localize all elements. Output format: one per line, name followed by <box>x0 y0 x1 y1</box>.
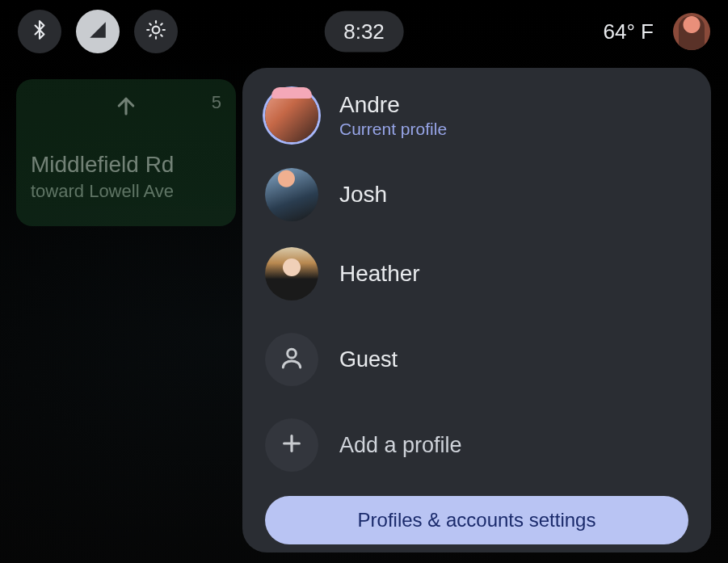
profile-text-josh: Josh <box>339 182 387 208</box>
profile-switcher-panel: Andre Current profile Josh Heather Guest <box>242 68 711 552</box>
brightness-icon <box>145 19 166 44</box>
profile-text-andre: Andre Current profile <box>339 92 447 139</box>
navigation-card[interactable]: 5 Middlefield Rd toward Lowell Ave <box>16 79 236 226</box>
person-icon <box>279 345 305 374</box>
cell-signal-icon <box>87 19 108 44</box>
svg-line-4 <box>161 35 162 36</box>
clock-time: 8:32 <box>343 19 385 44</box>
nav-distance: 5 <box>212 92 221 113</box>
svg-line-7 <box>149 35 151 36</box>
status-left <box>18 10 178 53</box>
current-user-avatar[interactable] <box>673 13 710 50</box>
nav-road-name: Middlefield Rd <box>31 152 221 178</box>
svg-point-0 <box>153 27 160 34</box>
profiles-settings-button[interactable]: Profiles & accounts settings <box>265 496 688 544</box>
nav-arrow-up-icon <box>31 94 221 121</box>
profile-name-label: Andre <box>339 92 447 118</box>
brightness-button[interactable] <box>134 10 178 53</box>
profile-item-josh[interactable]: Josh <box>265 155 688 234</box>
guest-avatar <box>265 333 318 386</box>
bluetooth-icon <box>29 19 50 44</box>
avatar-graphic <box>679 16 705 50</box>
svg-line-8 <box>161 23 162 25</box>
bluetooth-button[interactable] <box>18 10 61 53</box>
avatar-andre <box>265 89 318 142</box>
profile-item-heather[interactable]: Heather <box>265 234 688 313</box>
status-right: 64° F <box>604 13 710 50</box>
add-profile-avatar <box>265 418 318 472</box>
status-bar: 8:32 64° F <box>0 0 728 63</box>
avatar-josh <box>265 168 318 221</box>
divider-space <box>265 313 688 320</box>
profile-name-label: Heather <box>339 261 420 287</box>
clock-pill[interactable]: 8:32 <box>324 11 404 53</box>
svg-point-10 <box>288 349 297 358</box>
cell-signal-button[interactable] <box>76 10 120 53</box>
profile-item-andre[interactable]: Andre Current profile <box>265 76 688 155</box>
add-profile-item[interactable]: Add a profile <box>265 405 688 485</box>
add-profile-label: Add a profile <box>339 433 462 458</box>
temperature: 64° F <box>604 19 654 44</box>
divider-space <box>265 399 688 405</box>
avatar-heather <box>265 247 318 300</box>
profile-name-label: Josh <box>339 182 387 208</box>
profile-item-guest[interactable]: Guest <box>265 320 688 399</box>
profile-text-heather: Heather <box>339 261 420 287</box>
settings-button-label: Profiles & accounts settings <box>358 509 596 531</box>
svg-line-3 <box>149 23 151 25</box>
profile-current-label: Current profile <box>339 120 447 139</box>
guest-label: Guest <box>339 347 398 372</box>
plus-icon <box>279 431 305 460</box>
nav-toward: toward Lowell Ave <box>31 181 221 202</box>
